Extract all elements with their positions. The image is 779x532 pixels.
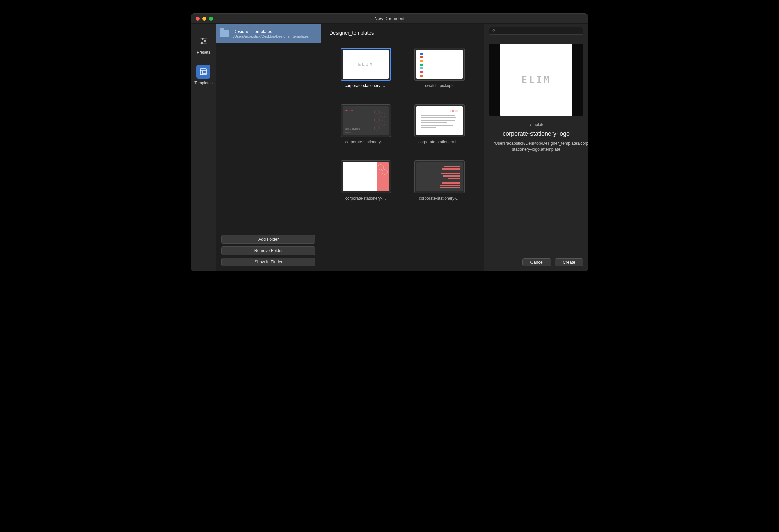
close-window-button[interactable] [195, 17, 199, 21]
add-folder-button[interactable]: Add Folder [221, 235, 315, 244]
template-caption: swatch_pickup2 [425, 83, 454, 88]
template-card[interactable]: ELIM corporate-stationery-l… [339, 48, 393, 88]
swatch [420, 60, 423, 62]
letterhead-mark [451, 108, 459, 112]
svg-marker-15 [374, 126, 379, 131]
detail-path: /Users/acapstick/Desktop/Designer_templa… [489, 141, 584, 153]
window-title: New Document [191, 16, 588, 21]
swatch [420, 71, 423, 73]
folder-name: Designer_templates [233, 29, 309, 34]
logo-text: ELIM [343, 62, 389, 67]
svg-marker-14 [380, 121, 385, 126]
show-in-finder-button[interactable]: Show In Finder [221, 258, 315, 266]
folder-row[interactable]: Designer_templates /Users/acapstick/Desk… [216, 24, 321, 43]
svg-marker-19 [378, 165, 383, 170]
zoom-window-button[interactable] [209, 17, 213, 21]
svg-marker-11 [374, 110, 379, 115]
template-caption: corporate-stationery-… [345, 196, 386, 201]
folder-icon [220, 30, 229, 37]
svg-marker-17 [454, 110, 456, 112]
template-caption: corporate-stationery-l… [418, 140, 460, 144]
svg-marker-20 [382, 169, 387, 175]
folder-path: /Users/acapstick/Desktop/Designer_templa… [233, 34, 309, 38]
template-caption: corporate-stationery-… [419, 196, 460, 201]
template-caption: corporate-stationery-l… [345, 83, 386, 88]
swatch [420, 56, 423, 58]
preview-logo-text: ELIM [500, 74, 573, 85]
bizcard-back-text [440, 166, 460, 188]
presets-icon [196, 34, 211, 48]
search-input[interactable] [489, 27, 584, 35]
svg-marker-13 [374, 118, 379, 123]
create-button[interactable]: Create [555, 258, 584, 266]
template-thumb [414, 104, 465, 137]
compslip-accent [377, 163, 389, 191]
template-thumb: ELIM [341, 48, 391, 81]
minimize-window-button[interactable] [202, 17, 206, 21]
remove-folder-button[interactable]: Remove Folder [221, 246, 315, 255]
svg-point-5 [201, 42, 202, 44]
letterhead-body [421, 114, 458, 128]
folders-column: Designer_templates /Users/acapstick/Desk… [216, 24, 321, 271]
bizcard-line1: ata Services [345, 127, 360, 130]
template-card[interactable]: ELIM at [339, 104, 393, 144]
svg-rect-6 [200, 69, 206, 75]
new-document-window: New Document Presets [191, 13, 588, 271]
templates-tab[interactable]: Templates [194, 65, 213, 85]
bizcard-line2: orem [345, 131, 351, 134]
presets-label: Presets [196, 50, 210, 55]
detail-name: corporate-stationery-logo [489, 130, 584, 137]
titlebar: New Document [191, 14, 588, 24]
swatch-list [420, 53, 423, 77]
swatch [420, 75, 423, 77]
swatch [420, 53, 423, 55]
svg-marker-18 [456, 110, 458, 112]
templates-icon [196, 65, 210, 79]
template-card[interactable]: corporate-stationery-… [339, 161, 393, 201]
svg-marker-16 [451, 110, 453, 112]
bizcard-brand: ELIM [345, 109, 353, 112]
detail-column: ELIM Template corporate-stationery-logo … [484, 24, 588, 271]
template-grid-column: Designer_templates ELIM corporate-statio… [321, 24, 484, 271]
template-card[interactable]: swatch_pickup2 [413, 48, 466, 88]
svg-point-3 [204, 40, 205, 42]
swatch [420, 67, 423, 69]
template-thumb [414, 48, 465, 81]
template-grid: ELIM corporate-stationery-l… swatch_pick… [329, 47, 476, 201]
templates-label: Templates [194, 81, 213, 85]
template-thumb [341, 161, 391, 193]
template-card[interactable]: corporate-stationery-l… [413, 104, 466, 144]
preview-frame: ELIM [489, 44, 584, 116]
window-controls [191, 17, 213, 21]
template-thumb: ELIM at [341, 104, 391, 137]
presets-tab[interactable]: Presets [196, 34, 211, 55]
svg-point-1 [201, 38, 203, 39]
svg-line-22 [495, 32, 496, 33]
search-icon [492, 29, 496, 33]
detail-type: Template [489, 122, 584, 127]
template-caption: corporate-stationery-… [345, 140, 386, 144]
cancel-button[interactable]: Cancel [523, 258, 551, 266]
hex-pattern-icon [373, 108, 387, 133]
swatch [420, 64, 423, 66]
svg-point-21 [493, 29, 495, 32]
grid-heading: Designer_templates [329, 30, 476, 39]
template-thumb [414, 161, 465, 193]
template-card[interactable]: corporate-stationery-… [413, 161, 466, 201]
mode-rail: Presets Templates [191, 24, 216, 271]
svg-marker-12 [380, 113, 385, 118]
